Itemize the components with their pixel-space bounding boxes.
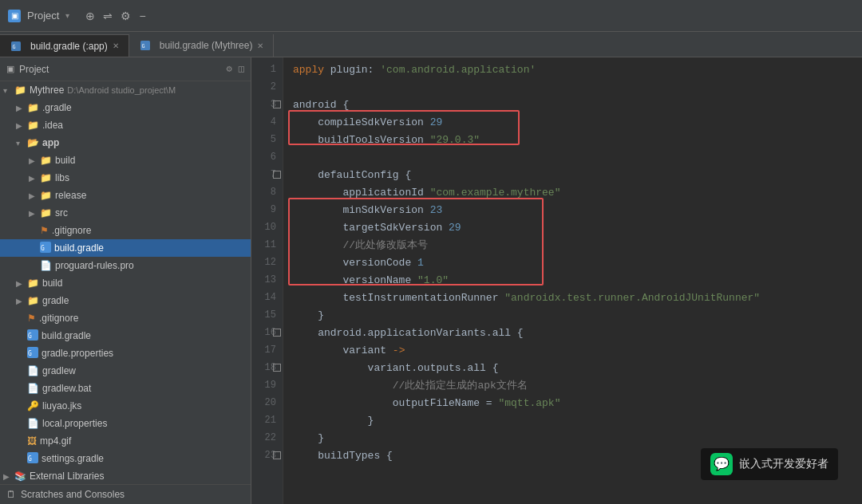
sidebar-gear-icon[interactable]: ⚙	[227, 63, 232, 75]
build-dir-label: build	[55, 155, 75, 166]
scratches-consoles-item[interactable]: 🗒 Scratches and Consoles	[0, 485, 251, 504]
settings-gradle-label: settings.gradle	[42, 453, 104, 464]
sidebar: ▣ Project ⚙ ◫ ▾ 📁 Mythree D:\Android stu…	[0, 57, 251, 504]
tree-item-settings-gradle[interactable]: G settings.gradle	[0, 450, 251, 467]
root-folder-icon: 📁	[14, 85, 26, 96]
gif-icon: 🖼	[27, 435, 37, 447]
code-line-14: testInstrumentationRunner "androidx.test…	[293, 289, 862, 306]
watermark-text: 嵌入式开发爱好者	[739, 457, 828, 471]
tree-item-build-dir[interactable]: ▶ 📁 build	[0, 152, 251, 169]
proguard-icon: 📄	[40, 260, 52, 271]
build-dir-chevron: ▶	[29, 156, 40, 165]
editor-content[interactable]: 1 2 3 4 5 6 7 8 9 10 11 12 13 14	[251, 57, 862, 504]
tree-item-gradlew[interactable]: 📄 gradlew	[0, 362, 251, 380]
libs-dir-icon: 📁	[40, 172, 52, 183]
tree-item-gradle-dir[interactable]: ▶ 📁 .gradle	[0, 99, 251, 116]
title-bar-icons: ⊕ ⇌ ⚙ −	[85, 10, 145, 22]
minus-icon[interactable]: −	[139, 10, 145, 22]
tree-item-app-dir[interactable]: ▾ 📂 app	[0, 134, 251, 152]
tab-build-gradle-app[interactable]: G build.gradle (:app) ✕	[0, 34, 129, 57]
ln-21: 21	[251, 411, 283, 429]
src-dir-chevron: ▶	[29, 209, 40, 218]
tree-item-proguard[interactable]: 📄 proguard-rules.pro	[0, 257, 251, 274]
idea-dir-label: .idea	[42, 120, 63, 131]
sidebar-title-text: Project	[19, 64, 49, 75]
tree-item-gradlew-bat[interactable]: 📄 gradlew.bat	[0, 380, 251, 397]
src-dir-icon: 📁	[40, 207, 52, 219]
gradle-dir-label: .gradle	[42, 102, 72, 113]
build-dir-icon: 📁	[40, 155, 52, 166]
build-dir2-chevron: ▶	[16, 279, 27, 288]
tree-item-gradle-dir2[interactable]: ▶ 📁 gradle	[0, 292, 251, 309]
gradle-dir2-icon: 📁	[27, 295, 39, 306]
app-dir-icon: 📂	[27, 137, 39, 148]
build-gradle-icon: G	[40, 242, 51, 255]
app-dir-label: app	[42, 137, 59, 148]
ln-14: 14	[251, 289, 283, 306]
tab-build-gradle-mythree[interactable]: G build.gradle (Mythree) ✕	[129, 34, 275, 57]
tree-item-src-dir[interactable]: ▶ 📁 src	[0, 204, 251, 222]
ln-16: 16	[251, 324, 283, 341]
code-line-4: compileSdkVersion 29	[293, 113, 862, 131]
sidebar-bottom: 🗒 Scratches and Consoles	[0, 484, 251, 504]
globe-icon[interactable]: ⊕	[85, 10, 95, 22]
release-dir-chevron: ▶	[29, 191, 40, 200]
tree-item-idea-dir[interactable]: ▶ 📁 .idea	[0, 116, 251, 134]
gradlew-bat-icon: 📄	[27, 383, 39, 394]
ln-23: 23	[251, 447, 283, 464]
tabs-bar: G build.gradle (:app) ✕ G build.gradle (…	[0, 32, 862, 57]
release-dir-label: release	[55, 190, 86, 201]
tree-item-build-gradle[interactable]: G build.gradle	[0, 239, 251, 257]
local-props-icon: 📄	[27, 418, 39, 429]
wechat-icon: 💬	[710, 453, 733, 475]
svg-text:G: G	[28, 333, 32, 340]
scratches-label: Scratches and Consoles	[21, 489, 125, 500]
tree-item-libs-dir[interactable]: ▶ 📁 libs	[0, 169, 251, 187]
tab1-close[interactable]: ✕	[113, 41, 119, 50]
gear-icon[interactable]: ⚙	[121, 10, 131, 22]
watermark: 💬 嵌入式开发爱好者	[701, 448, 838, 480]
ln-6: 6	[251, 148, 283, 166]
libs-dir-label: libs	[55, 172, 69, 183]
tree-item-gitignore[interactable]: ⚑ .gitignore	[0, 222, 251, 239]
code-line-2	[293, 78, 862, 96]
tree-item-gradle-props[interactable]: G gradle.properties	[0, 345, 251, 362]
sidebar-header: ▣ Project ⚙ ◫	[0, 57, 251, 81]
build-gradle2-icon: G	[27, 329, 38, 343]
tree-item-build-dir2[interactable]: ▶ 📁 build	[0, 274, 251, 292]
tree-item-gitignore2[interactable]: ⚑ .gitignore	[0, 309, 251, 327]
tree-item-release-dir[interactable]: ▶ 📁 release	[0, 187, 251, 204]
line-numbers: 1 2 3 4 5 6 7 8 9 10 11 12 13 14	[251, 57, 283, 504]
code-line-1: apply plugin: 'com.android.application'	[293, 61, 862, 78]
svg-text:G: G	[41, 245, 45, 252]
code-line-5: buildToolsVersion "29.0.3"	[293, 131, 862, 148]
ext-libs-icon: 📚	[14, 471, 26, 482]
libs-dir-chevron: ▶	[29, 174, 40, 183]
ln-22: 22	[251, 429, 283, 447]
build-dir2-label: build	[42, 278, 62, 289]
code-line-3: android {	[293, 96, 862, 113]
tab2-close[interactable]: ✕	[257, 41, 263, 50]
tree-item-liuyao-jks[interactable]: 🔑 liuyao.jks	[0, 397, 251, 415]
code-line-18: variant.outputs.all {	[293, 359, 862, 376]
jks-icon: 🔑	[27, 400, 39, 411]
tree-item-mp4-gif[interactable]: 🖼 mp4.gif	[0, 432, 251, 450]
local-props-label: local.properties	[42, 418, 107, 429]
tree-item-external-libs[interactable]: ▶ 📚 External Libraries	[0, 467, 251, 484]
gradle-icon-tab2: G	[139, 41, 152, 50]
idea-dir-icon: 📁	[27, 120, 39, 131]
project-icon: ▣	[8, 10, 21, 22]
settings-gradle-icon: G	[27, 452, 38, 466]
tree-item-build-gradle2[interactable]: G build.gradle	[0, 327, 251, 345]
svg-text:G: G	[28, 350, 32, 357]
tree-root-mythree[interactable]: ▾ 📁 Mythree D:\Android studio_project\M	[0, 81, 251, 99]
svg-text:G: G	[13, 44, 16, 50]
sidebar-hide-icon[interactable]: ◫	[239, 63, 244, 75]
jks-label: liuyao.jks	[42, 400, 81, 411]
code-line-21: }	[293, 411, 862, 429]
gradle-icon-tab1: G	[10, 41, 22, 51]
tree-item-local-props[interactable]: 📄 local.properties	[0, 415, 251, 432]
title-bar: ▣ Project ▾ ⊕ ⇌ ⚙ −	[0, 0, 862, 32]
equalizer-icon[interactable]: ⇌	[103, 10, 113, 22]
ext-libs-label: External Libraries	[30, 471, 104, 482]
